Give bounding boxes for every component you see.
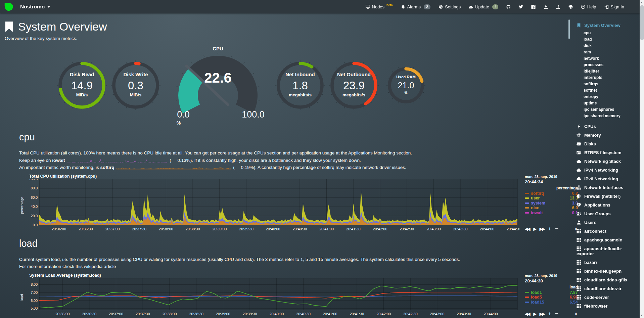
scrollbar-down-arrow-icon[interactable] xyxy=(641,315,643,316)
sidebar-item-code-server[interactable]: code-server xyxy=(568,293,640,302)
sidebar-subitem-uptime[interactable]: uptime xyxy=(568,100,640,106)
svg-text:100.0: 100.0 xyxy=(242,109,265,120)
load-average-chart[interactable]: System Load Average (system.load) load 2… xyxy=(19,273,579,317)
navbar-item-export-snapshot[interactable] xyxy=(544,5,548,9)
sidebar-item-binhex-delugevpn[interactable]: binhex-delugevpn xyxy=(568,267,640,275)
zoom-in-button[interactable]: + xyxy=(548,227,551,231)
gauge-net-outbound[interactable]: Net Outbound 23.9 megabits/s xyxy=(327,60,381,110)
sidebar-item-filebrowser[interactable]: filebrowser xyxy=(568,302,640,310)
softirq-sparkline xyxy=(117,165,231,170)
sidebar-subitem-interrupts[interactable]: interrupts xyxy=(568,74,640,81)
navbar-item-help[interactable]: ?Help xyxy=(581,4,596,9)
gauge-used-ram[interactable]: Used RAM 21.0 % xyxy=(381,65,431,105)
svg-text:0.3: 0.3 xyxy=(128,79,143,92)
navbar-item-print[interactable] xyxy=(568,5,573,9)
sidebar-item-applications[interactable]: Applications xyxy=(568,200,640,209)
sidebar-subitem-softnet[interactable]: softnet xyxy=(568,87,640,93)
sidebar-subitem-processes[interactable]: processes xyxy=(568,61,640,68)
svg-text:20:38:00: 20:38:00 xyxy=(162,312,177,316)
navbar-item-twitter[interactable] xyxy=(519,5,523,9)
navbar-item-settings[interactable]: Settings xyxy=(439,4,461,9)
sidebar-item-btrfs-filesystem[interactable]: BTRFS filesystem xyxy=(568,148,640,157)
sidebar-subitem-disk[interactable]: disk xyxy=(568,42,640,49)
sidebar-item-label: Firewall (netfilter) xyxy=(584,194,620,199)
sidebar-item-label: filebrowser xyxy=(584,304,607,309)
pan-backward-button[interactable]: ◀◀ xyxy=(525,312,530,316)
sidebar-subitem-load[interactable]: load xyxy=(568,36,640,42)
scrollbar-thumb[interactable] xyxy=(640,5,644,40)
sidebar-item-label: airconnect xyxy=(584,229,606,234)
pan-forward-button[interactable]: ▶▶ xyxy=(540,227,544,231)
play-button[interactable]: ▶ xyxy=(533,227,536,231)
sidebar-item-label: bazarr xyxy=(584,260,597,265)
navbar-item-facebook[interactable] xyxy=(531,5,536,9)
sidebar-item-label: Memory xyxy=(584,133,601,138)
sidebar-item-ipv4-networking[interactable]: IPv4 Networking xyxy=(568,166,640,174)
sidebar-item-network-interfaces[interactable]: Network Interfaces xyxy=(568,183,640,192)
svg-text:20:39:00: 20:39:00 xyxy=(212,227,227,231)
wikipedia-article-link[interactable]: wikipedia article xyxy=(84,264,116,269)
gauge-disk-write[interactable]: Disk Write 0.3 MiB/s xyxy=(109,60,163,110)
cloud-icon xyxy=(577,168,581,173)
svg-text:20:43:00: 20:43:00 xyxy=(426,227,441,231)
cpu-chart-plot-area[interactable]: 20:36:0020:36:3020:37:0020:37:3020:38:00… xyxy=(25,179,519,232)
hostname-dropdown[interactable]: Nostromo xyxy=(20,4,50,10)
pan-backward-button[interactable]: ◀◀ xyxy=(525,227,530,231)
sidebar-subitem-entropy[interactable]: entropy xyxy=(568,93,640,100)
svg-text:?: ? xyxy=(582,5,584,8)
sidebar-subitem-ram[interactable]: ram xyxy=(568,49,640,55)
svg-text:MiB/s: MiB/s xyxy=(130,92,142,97)
zoom-in-button[interactable]: + xyxy=(548,312,551,316)
cpu-utilization-chart[interactable]: Total CPU utilization (system.cpu) perce… xyxy=(19,174,579,232)
zoom-out-button[interactable]: − xyxy=(555,312,558,316)
sidebar-subitem-ipc-shared-memory[interactable]: ipc shared memory xyxy=(568,112,640,119)
gauge-cpu[interactable]: CPU 22.6 0.0 100.0 % xyxy=(163,45,273,126)
navbar-item-nodes[interactable]: Nodesbeta xyxy=(366,4,393,9)
sidebar-subitem-softirqs[interactable]: softirqs xyxy=(568,81,640,87)
sidebar-item-apcupsd-influxdb-exporter[interactable]: apcupsd-influxdb-exporter xyxy=(568,244,640,258)
zoom-out-button[interactable]: − xyxy=(555,227,558,231)
sidebar-item-apacheguacamole[interactable]: apacheguacamole xyxy=(568,235,640,244)
netdata-logo[interactable] xyxy=(3,2,13,12)
navbar-item-sign-in[interactable]: Sign In xyxy=(604,4,624,9)
svg-text:23.9: 23.9 xyxy=(343,79,365,92)
scrollbar-up-arrow-icon[interactable] xyxy=(641,2,643,3)
sidebar-subitem-network[interactable]: network xyxy=(568,55,640,61)
svg-text:20:37:00: 20:37:00 xyxy=(109,312,123,316)
cloud-icon xyxy=(577,159,581,164)
sidebar-item-disks[interactable]: Disks xyxy=(568,139,640,148)
sidebar-item-networking-stack[interactable]: Networking Stack xyxy=(568,157,640,166)
navbar-item-alarms[interactable]: Alarms2 xyxy=(401,4,431,9)
sidebar-item-system-overview[interactable]: System Overview xyxy=(568,21,640,30)
sidebar-subitem-ipc-semaphores[interactable]: ipc semaphores xyxy=(568,106,640,112)
sidebar-item-cpus[interactable]: CPUs xyxy=(568,122,640,131)
hdd-icon xyxy=(577,141,581,146)
sidebar-nav: System Overviewcpuloaddiskramnetworkproc… xyxy=(568,13,640,318)
gauge-disk-read[interactable]: Disk Read 14.9 MiB/s xyxy=(55,60,109,110)
sidebar-item-firewall-netfilter[interactable]: Firewall (netfilter) xyxy=(568,192,640,200)
navbar-item-import-snapshot[interactable] xyxy=(556,5,560,9)
sidebar-item-label: binhex-delugevpn xyxy=(584,269,622,274)
sidebar-item-users[interactable]: Users xyxy=(568,218,640,227)
sidebar-item-cloudflare-ddns-tr[interactable]: cloudflare-ddns-tr xyxy=(568,284,640,293)
navbar-item-update[interactable]: Update! xyxy=(469,4,498,9)
legend-label: softirq xyxy=(531,191,572,196)
page-scrollbar[interactable] xyxy=(640,0,644,318)
sitemap-icon xyxy=(577,185,581,190)
sidebar-subitem-idlejitter[interactable]: idlejitter xyxy=(568,68,640,74)
load-chart-plot-area[interactable]: 20:36:0020:36:3020:37:0020:37:3020:38:00… xyxy=(25,278,519,317)
sidebar-subitem-cpu[interactable]: cpu xyxy=(568,30,640,36)
sidebar-item-memory[interactable]: Memory xyxy=(568,131,640,139)
svg-text:20:41:30: 20:41:30 xyxy=(350,312,364,316)
sidebar-item-ipv6-networking[interactable]: IPv6 Networking xyxy=(568,174,640,183)
sidebar-item-cloudflare-ddns-gflix[interactable]: cloudflare-ddns-gflix xyxy=(568,275,640,284)
load-description: Current system load, i.e. the number of … xyxy=(19,256,462,270)
pan-forward-button[interactable]: ▶▶ xyxy=(540,312,544,316)
sidebar-item-airconnect[interactable]: airconnect xyxy=(568,227,640,235)
svg-text:CPU: CPU xyxy=(213,46,223,51)
sidebar-item-bazarr[interactable]: bazarr xyxy=(568,258,640,267)
sidebar-item-user-groups[interactable]: User Groups xyxy=(568,209,640,218)
play-button[interactable]: ▶ xyxy=(533,312,536,316)
navbar-item-github[interactable] xyxy=(506,5,511,9)
gauge-net-inbound[interactable]: Net Inbound 1.8 megabits/s xyxy=(273,60,327,110)
